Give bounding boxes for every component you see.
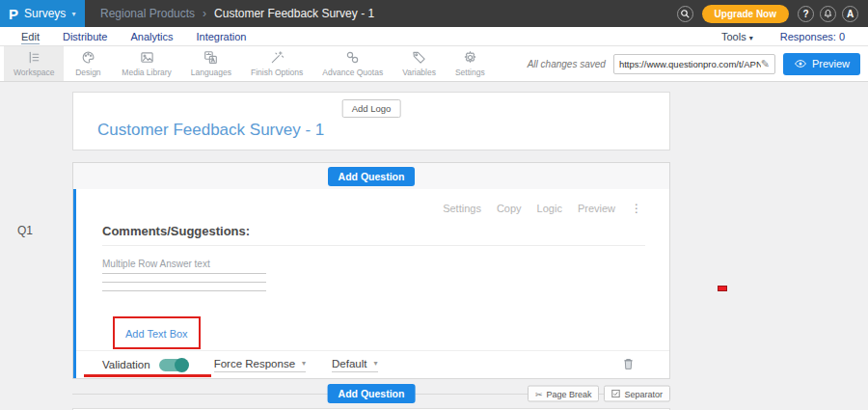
survey-url-box: ✎ (613, 54, 775, 74)
nav-tab-distribute[interactable]: Distribute (51, 31, 119, 42)
tools-label: Tools (721, 31, 746, 42)
survey-title[interactable]: Customer Feedback Survey - 1 (97, 121, 324, 140)
nav-tab-integration[interactable]: Integration (184, 31, 258, 42)
question-logic-button[interactable]: Logic (537, 203, 562, 214)
bell-icon (823, 9, 833, 19)
page-break-icon: ✂ (535, 389, 543, 398)
validation-toggle[interactable] (159, 359, 188, 371)
survey-url-input[interactable] (619, 59, 761, 69)
toolbar-label: Media Library (122, 68, 172, 77)
toolbar-item-variables[interactable]: Variables (393, 46, 446, 81)
validation-red-underline-annotation (84, 374, 211, 377)
magic-wand-icon (270, 50, 285, 65)
toolbar-label: Languages (191, 68, 231, 77)
preview-label: Preview (812, 58, 850, 69)
save-status: All changes saved (528, 59, 606, 69)
top-header-bar: P Surveys ▾ Regional Products › Customer… (0, 0, 868, 27)
surveys-app-menu[interactable]: P Surveys ▾ (0, 0, 85, 27)
breadcrumb-separator-icon: › (203, 7, 206, 20)
chevron-down-icon: ▾ (71, 10, 75, 18)
upgrade-now-button[interactable]: Upgrade Now (702, 5, 789, 23)
add-question-strip: Add Question (73, 163, 669, 189)
force-response-dropdown[interactable]: Force Response ▾ (214, 358, 306, 372)
add-text-box-highlight: Add Text Box (113, 316, 201, 349)
separator-icon (611, 390, 620, 398)
nav-right: Tools ▾ Responses: 0 (721, 31, 858, 42)
toolbar-item-advance-quotas[interactable]: Advance Quotas (312, 46, 393, 81)
question-title[interactable]: Comments/Suggestions: (102, 224, 250, 238)
toolbar-item-languages[interactable]: Languages (181, 46, 241, 81)
help-button[interactable]: ? (798, 6, 814, 22)
chevron-down-icon: ▾ (302, 359, 306, 368)
preview-button[interactable]: Preview (783, 53, 860, 75)
question-actions: Settings Copy Logic Preview ⋮ (443, 202, 642, 215)
responses-count[interactable]: Responses: 0 (780, 31, 845, 42)
add-logo-button[interactable]: Add Logo (342, 99, 401, 118)
avatar-initial: A (847, 9, 854, 19)
toggle-knob (175, 358, 189, 372)
page-break-label: Page Break (546, 389, 591, 398)
product-label: Surveys (24, 7, 66, 20)
tag-icon (412, 50, 426, 65)
survey-header-card: Add Logo Customer Feedback Survey - 1 (72, 92, 670, 150)
avatar[interactable]: A (842, 6, 858, 22)
question-copy-button[interactable]: Copy (497, 203, 522, 214)
search-button[interactable] (677, 6, 693, 22)
breadcrumb-survey-name: Customer Feedback Survey - 1 (214, 7, 374, 20)
nav-tab-edit[interactable]: Edit (10, 31, 51, 42)
toolbar-right: All changes saved ✎ Preview (528, 46, 868, 81)
toolbar-label: Design (75, 68, 100, 77)
multirow-answer-area: Multiple Row Answer text (102, 259, 266, 291)
toolbar-item-settings[interactable]: Settings (446, 46, 495, 81)
notifications-button[interactable] (820, 6, 836, 22)
answer-row-placeholder[interactable]: Multiple Row Answer text (102, 259, 266, 274)
default-dropdown[interactable]: Default ▾ (332, 358, 377, 372)
toolbar-item-media-library[interactable]: Media Library (112, 46, 181, 81)
gear-icon (463, 50, 477, 65)
tools-menu[interactable]: Tools ▾ (721, 31, 753, 42)
main-nav: Edit Distribute Analytics Integration To… (0, 27, 868, 46)
toolbar-item-workspace[interactable]: Workspace (4, 46, 64, 81)
delete-question-button[interactable] (622, 357, 635, 373)
toolbar-item-design[interactable]: Design (64, 46, 112, 81)
toolbar-label: Variables (402, 68, 436, 77)
add-text-box-link[interactable]: Add Text Box (125, 328, 188, 340)
separator-button[interactable]: Separator (604, 386, 670, 402)
questionpro-logo-icon: P (9, 7, 18, 21)
force-response-label: Force Response (214, 358, 295, 369)
trash-icon (622, 357, 635, 370)
chevron-down-icon: ▾ (373, 359, 377, 368)
toolbar-label: Advance Quotas (322, 68, 383, 77)
answer-row[interactable] (102, 283, 266, 291)
search-icon (680, 9, 691, 19)
translate-icon (203, 50, 218, 65)
breadcrumb-folder[interactable]: Regional Products (100, 7, 195, 20)
page-break-button[interactable]: ✂ Page Break (528, 386, 600, 402)
add-question-button-top[interactable]: Add Question (328, 167, 416, 186)
red-dash-annotation (718, 286, 727, 291)
separator-label: Separator (624, 389, 663, 398)
header-actions: Upgrade Now ? A (677, 5, 868, 23)
question-title-divider (102, 245, 645, 246)
chevron-down-icon: ▾ (749, 34, 753, 42)
edit-url-icon[interactable]: ✎ (761, 58, 770, 70)
question-card-q1: Settings Copy Logic Preview ⋮ Comments/S… (73, 189, 669, 378)
answer-row[interactable] (102, 274, 266, 283)
edit-toolbar: Workspace Design Media Library Languages… (0, 46, 868, 82)
survey-content-column: Add Logo Customer Feedback Survey - 1 Ad… (72, 92, 670, 410)
question-number-label: Q1 (17, 224, 33, 237)
survey-editor-canvas: Q1 Add Logo Customer Feedback Survey - 1… (0, 82, 868, 410)
default-label: Default (332, 358, 366, 369)
page-break-separator-group: ✂ Page Break Separator (528, 386, 670, 402)
image-icon (140, 50, 154, 65)
nav-tab-analytics[interactable]: Analytics (119, 31, 184, 42)
question-settings-button[interactable]: Settings (443, 203, 481, 214)
question-preview-button[interactable]: Preview (578, 203, 615, 214)
kebab-menu-icon[interactable]: ⋮ (631, 202, 642, 215)
question-section: Add Question Settings Copy Logic Preview… (72, 162, 670, 379)
toolbar-label: Workspace (14, 68, 54, 77)
breadcrumb: Regional Products › Customer Feedback Su… (100, 7, 374, 20)
chain-links-icon (345, 50, 360, 65)
add-question-button-bottom[interactable]: Add Question (328, 384, 416, 403)
toolbar-item-finish-options[interactable]: Finish Options (241, 46, 312, 81)
